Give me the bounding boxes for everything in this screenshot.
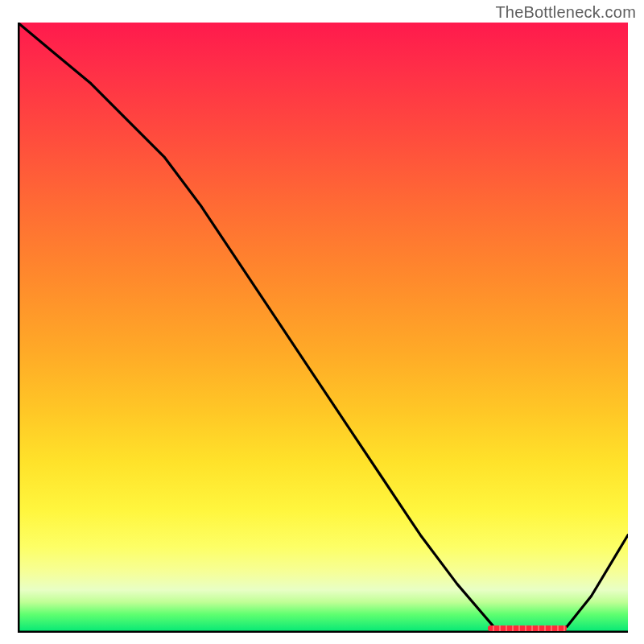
bottleneck-curve	[18, 23, 628, 633]
optimal-range-marker	[488, 625, 568, 631]
chart-container: TheBottleneck.com	[0, 0, 644, 644]
attribution-label: TheBottleneck.com	[495, 3, 636, 22]
plot-area	[18, 23, 628, 633]
chart-svg	[18, 23, 628, 633]
